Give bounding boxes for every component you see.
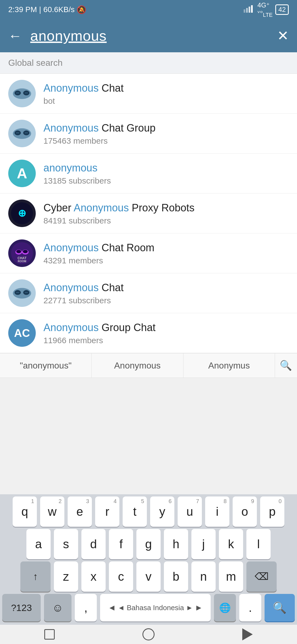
key-g[interactable]: g xyxy=(136,529,161,559)
global-search-label: Global search xyxy=(0,52,297,74)
svg-rect-2 xyxy=(249,7,250,13)
key-comma[interactable]: , xyxy=(75,594,97,621)
result-sub: 43291 members xyxy=(43,256,289,265)
key-shift[interactable]: ↑ xyxy=(20,561,51,592)
key-p[interactable]: 0p xyxy=(260,496,284,527)
key-delete[interactable]: ⌫ xyxy=(246,561,277,592)
svg-rect-26 xyxy=(16,292,19,293)
result-name: Anonymous Chat Room xyxy=(43,241,289,255)
key-u[interactable]: 7u xyxy=(178,496,202,527)
result-name: Anonymous Group Chat xyxy=(43,321,289,334)
key-t[interactable]: 5t xyxy=(123,496,147,527)
autocomplete-search-icon[interactable]: 🔍 xyxy=(275,353,297,378)
key-period[interactable]: . xyxy=(239,594,261,621)
signal-icon xyxy=(244,4,255,15)
autocomplete-item-typo[interactable]: Anonymus xyxy=(183,353,275,378)
result-info: anonymous 13185 subscribers xyxy=(43,161,289,185)
nav-home-button[interactable] xyxy=(142,627,155,641)
avatar xyxy=(8,279,36,307)
result-info: Anonymous Chat Room 43291 members xyxy=(43,241,289,265)
svg-point-19 xyxy=(16,250,21,253)
nav-back-button[interactable] xyxy=(241,627,254,641)
autocomplete-item-quoted[interactable]: "anonymous" xyxy=(0,353,92,378)
result-item[interactable]: Anonymous Chat 22771 subscribers xyxy=(0,273,297,313)
svg-text:⊕: ⊕ xyxy=(18,208,26,219)
highlight: Anonymous xyxy=(43,242,99,253)
key-s[interactable]: s xyxy=(54,529,78,559)
result-info: Anonymous Chat 22771 subscribers xyxy=(43,281,289,305)
key-d[interactable]: d xyxy=(81,529,106,559)
key-i[interactable]: 8i xyxy=(205,496,229,527)
result-info: Anonymous Group Chat 11966 members xyxy=(43,321,289,345)
key-e[interactable]: 3e xyxy=(68,496,92,527)
search-bar: ← anonymous ✕ xyxy=(0,19,297,52)
key-k[interactable]: k xyxy=(219,529,243,559)
result-info: Cyber Anonymous Proxy Robots 84191 subsc… xyxy=(43,201,289,225)
key-n[interactable]: n xyxy=(191,561,216,592)
result-item[interactable]: Anonymous Chat bot xyxy=(0,74,297,114)
result-item[interactable]: AC Anonymous Group Chat 11966 members xyxy=(0,313,297,353)
key-a[interactable]: a xyxy=(26,529,51,559)
result-sub: 84191 subscribers xyxy=(43,216,289,225)
result-item[interactable]: A anonymous 13185 subscribers xyxy=(0,154,297,193)
highlight: Anonymous xyxy=(43,122,99,134)
svg-rect-7 xyxy=(16,92,19,93)
mute-icon: 🔕 xyxy=(77,5,86,14)
key-q[interactable]: 1q xyxy=(13,496,37,527)
svg-rect-0 xyxy=(244,9,245,13)
highlight: Anonymous xyxy=(43,322,99,333)
nav-recents-button[interactable] xyxy=(43,627,56,641)
result-name: Anonymous Chat xyxy=(43,81,289,95)
svg-rect-12 xyxy=(16,132,19,133)
key-w[interactable]: 2w xyxy=(40,496,64,527)
svg-text:CHAT: CHAT xyxy=(18,256,27,260)
key-v[interactable]: v xyxy=(136,561,161,592)
key-y[interactable]: 6y xyxy=(150,496,174,527)
highlight: anonymous xyxy=(43,162,97,174)
avatar: A xyxy=(8,160,36,187)
key-h[interactable]: h xyxy=(164,529,188,559)
status-left: 2:39 PM | 60.6KB/s 🔕 xyxy=(8,5,86,14)
close-button[interactable]: ✕ xyxy=(277,28,289,44)
result-name: Anonymous Chat xyxy=(43,281,289,294)
avatar: CHAT ROOM xyxy=(8,239,36,267)
space-arrow-right: ► xyxy=(195,603,203,612)
key-j[interactable]: j xyxy=(191,529,216,559)
key-z[interactable]: z xyxy=(54,561,78,592)
key-c[interactable]: c xyxy=(109,561,133,592)
svg-rect-1 xyxy=(246,8,248,13)
highlight: Anonymous xyxy=(74,202,129,214)
search-input[interactable]: anonymous xyxy=(30,28,269,44)
result-item[interactable]: Anonymous Chat Group 175463 members xyxy=(0,114,297,154)
key-globe[interactable]: 🌐 xyxy=(214,594,236,621)
result-item[interactable]: CHAT ROOM Anonymous Chat Room 43291 memb… xyxy=(0,233,297,273)
time: 2:39 PM xyxy=(8,5,37,14)
network-speed: 60.6KB/s xyxy=(43,5,75,14)
key-l[interactable]: l xyxy=(246,529,271,559)
keyboard-row-2: a s d f g h j k l xyxy=(0,527,297,559)
status-bar: 2:39 PM | 60.6KB/s 🔕 4G⁺ᵛᵒLTE 42 xyxy=(0,0,297,19)
autocomplete-item-cap[interactable]: Anonymous xyxy=(92,353,183,378)
key-x[interactable]: x xyxy=(81,561,106,592)
key-search[interactable]: 🔍 xyxy=(265,594,295,621)
key-b[interactable]: b xyxy=(164,561,188,592)
autocomplete-bar: "anonymous" Anonymous Anonymus 🔍 xyxy=(0,353,297,378)
battery-indicator: 42 xyxy=(275,4,289,15)
key-r[interactable]: 4r xyxy=(95,496,119,527)
back-button[interactable]: ← xyxy=(8,28,22,44)
svg-rect-8 xyxy=(25,92,28,93)
result-name: Cyber Anonymous Proxy Robots xyxy=(43,201,289,215)
key-o[interactable]: 9o xyxy=(233,496,257,527)
status-right: 4G⁺ᵛᵒLTE 42 xyxy=(244,1,289,18)
key-123[interactable]: ?123 xyxy=(2,594,41,621)
nav-circle-icon xyxy=(142,628,155,640)
key-space[interactable]: ◄ ◄ Bahasa Indonesia ► ► xyxy=(100,594,211,621)
result-sub: 13185 subscribers xyxy=(43,176,289,185)
result-item[interactable]: ⊕ Cyber Anonymous Proxy Robots 84191 sub… xyxy=(0,193,297,233)
result-sub: bot xyxy=(43,96,289,106)
key-emoji[interactable]: ☺ xyxy=(44,594,72,621)
svg-point-20 xyxy=(23,250,28,253)
svg-rect-3 xyxy=(251,5,253,13)
key-f[interactable]: f xyxy=(109,529,133,559)
key-m[interactable]: m xyxy=(219,561,243,592)
